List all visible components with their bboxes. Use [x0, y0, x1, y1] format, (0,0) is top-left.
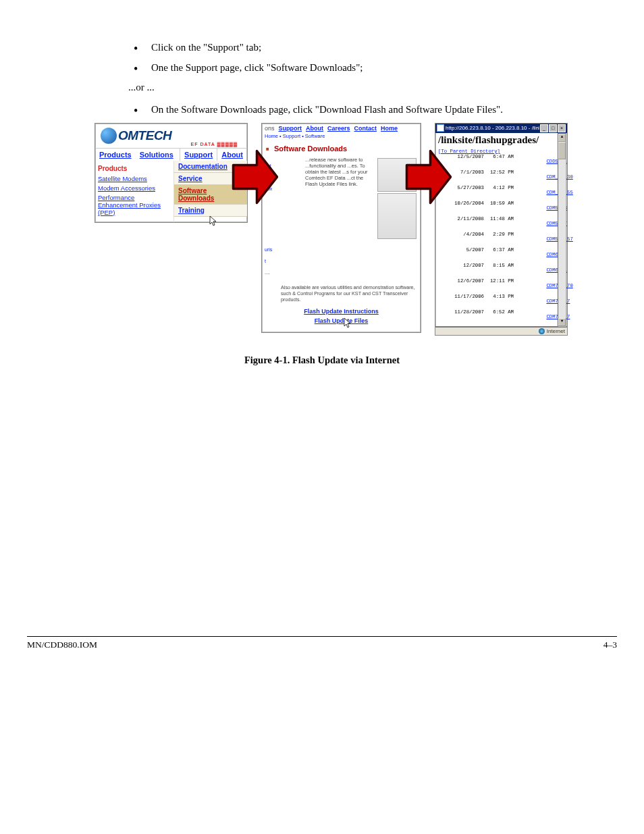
nav2-support[interactable]: Support	[279, 125, 302, 132]
sidebar-link-modem-accessories[interactable]: Modem Accessories	[98, 184, 171, 192]
menu-service-label: Service	[178, 175, 203, 182]
dir-row: 12/20078:15 AM CDM600L	[438, 263, 564, 278]
dir-row: 5/20076:37 AM CDM600	[438, 247, 564, 263]
link-flash-update-files[interactable]: Flash Update Files	[262, 317, 421, 324]
scroll-thumb[interactable]	[558, 142, 566, 159]
sidebar-link-pep[interactable]: Performance Enhancement Proxies (PEP)	[98, 194, 171, 216]
dir-row: /4/20042:29 PM CDM570_57	[438, 232, 564, 247]
footer-doc-id: MN/CDD880.IOM	[27, 640, 603, 650]
status-internet: Internet	[547, 328, 565, 334]
nav-solutions[interactable]: Solutions	[136, 149, 178, 161]
pointer-cursor-icon	[209, 215, 218, 228]
pointer-cursor-icon	[343, 317, 352, 330]
sidebar-products-header: Products	[98, 165, 171, 172]
comtech-logo-text: OMTECH	[118, 128, 171, 143]
bullet-1: Click on the "Support" tab;	[128, 41, 556, 54]
dir-row: 12/5/20076:47 AM CDD564L	[438, 154, 564, 170]
red-arrow-icon	[404, 136, 452, 217]
close-button[interactable]: ×	[558, 124, 566, 132]
footer-rule	[27, 636, 617, 637]
footer-page-number: 4–3	[603, 640, 617, 650]
scroll-up-icon[interactable]: ▲	[558, 134, 566, 142]
dir-row: 11/28/20076:52 AM CDM710_7	[438, 309, 564, 325]
red-arrow-icon	[231, 136, 278, 217]
dir-heading: /linksite/flashupgrades/	[438, 134, 564, 146]
nav-support[interactable]: Support	[180, 149, 217, 161]
nav2-careers[interactable]: Careers	[327, 125, 350, 132]
nav2-contact[interactable]: Contact	[354, 125, 377, 132]
screenshot-directory-listing: http://206.223.8.10 - 206.223.8.10 - /li…	[435, 123, 568, 336]
downloads-blurb: ...release new software to ...functional…	[281, 157, 376, 240]
ie-page-icon	[437, 124, 444, 132]
nav2-about[interactable]: About	[306, 125, 323, 132]
comtech-globe-icon	[101, 128, 117, 144]
frag-t: t	[265, 259, 281, 263]
or-row: ...or ...	[128, 82, 556, 93]
nav-products[interactable]: Products	[95, 149, 136, 161]
screenshot-comtech-home: OMTECH EF DATA ▓▓▓▓▓ Products Solutions …	[95, 123, 248, 223]
maximize-button[interactable]: □	[549, 124, 557, 132]
figure-screens: OMTECH EF DATA ▓▓▓▓▓ Products Solutions …	[95, 123, 583, 336]
window-title: http://206.223.8.10 - 206.223.8.10 - /li…	[446, 125, 539, 131]
dir-row: 2/11/200811:48 AM CDM5507	[438, 216, 564, 232]
downloads-footer-text: Also available are various utilities and…	[262, 282, 421, 305]
nav-fragment-ons: ons	[265, 125, 275, 132]
scroll-down-icon[interactable]: ▼	[558, 318, 566, 326]
bullet-2: One the Support page, click "Software Do…	[128, 61, 556, 74]
breadcrumb: Home • Support • Software	[262, 133, 421, 140]
internet-zone-icon	[539, 328, 545, 334]
frag-uris: uris	[265, 247, 281, 252]
nav2-home[interactable]: Home	[381, 125, 398, 132]
dir-row: 12/6/200712:11 PM CDM700_70	[438, 278, 564, 294]
dir-row: 11/17/20064:13 PM CDM710_7	[438, 294, 564, 309]
minimize-button[interactable]: _	[540, 124, 548, 132]
frag-dots: ....	[265, 270, 281, 275]
scrollbar[interactable]: ▲ ▼	[558, 133, 566, 327]
bullet-3: On the Software Downloads page, click "D…	[128, 103, 556, 116]
dir-row: 7/1/200312:52 PM CDM_IP_30	[438, 170, 564, 185]
dir-row: 5/27/20034:12 PM CDM_IP_55	[438, 185, 564, 201]
dir-row: 10/26/200410:59 AM CDM550B	[438, 201, 564, 216]
screenshot-software-downloads: ons Support About Careers Contact Home H…	[261, 123, 421, 333]
heading-software-downloads: Software Downloads	[262, 140, 421, 157]
figure-caption: Figure 4-1. Flash Update via Internet	[119, 355, 525, 366]
link-flash-update-instructions[interactable]: Flash Update Instructions	[262, 308, 421, 315]
sidebar-link-satellite-modems[interactable]: Satellite Modems	[98, 175, 171, 182]
